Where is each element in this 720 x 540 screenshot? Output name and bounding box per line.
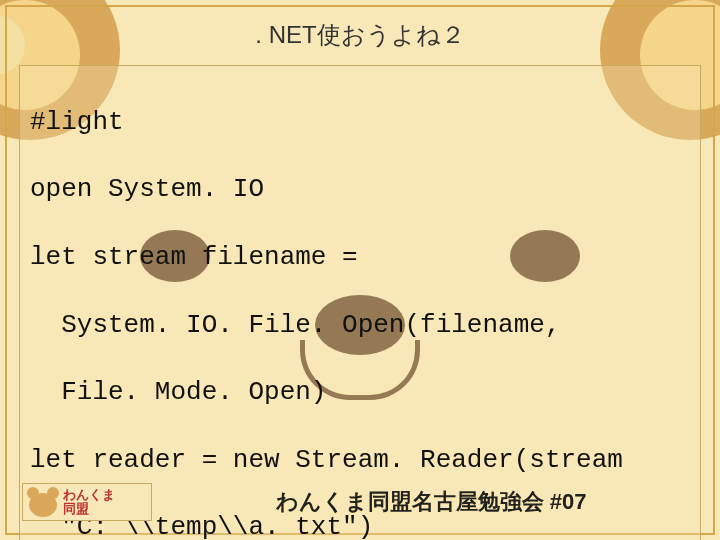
code-box: #light open System. IO let stream filena… <box>19 65 701 540</box>
logo-line1: わんくま <box>63 488 115 502</box>
code-line: open System. IO <box>30 173 690 207</box>
slide-title: . NET使おうよね２ <box>7 7 713 65</box>
footer-title: わんくま同盟名古屋勉強会 #07 <box>164 487 698 517</box>
code-block: #light open System. IO let stream filena… <box>30 72 690 540</box>
bear-icon <box>27 487 59 517</box>
code-line: let stream filename = <box>30 241 690 275</box>
logo-text: わんくま 同盟 <box>63 488 115 517</box>
code-line: File. Mode. Open) <box>30 376 690 410</box>
code-line: System. IO. File. Open(filename, <box>30 309 690 343</box>
logo-line2: 同盟 <box>63 502 115 516</box>
code-line: let reader = new Stream. Reader(stream <box>30 444 690 478</box>
wankuma-logo: わんくま 同盟 <box>22 483 152 521</box>
slide-frame: . NET使おうよね２ #light open System. IO let s… <box>5 5 715 535</box>
footer: わんくま 同盟 わんくま同盟名古屋勉強会 #07 <box>12 483 708 521</box>
code-line: #light <box>30 106 690 140</box>
